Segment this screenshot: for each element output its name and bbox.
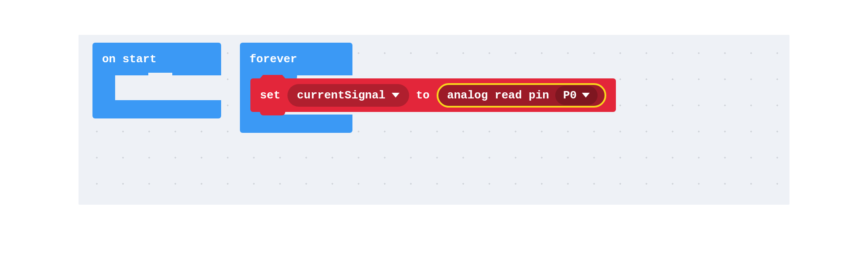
pin-dropdown[interactable]: P0 xyxy=(555,86,598,105)
on-start-notch xyxy=(148,73,172,81)
variable-dropdown[interactable]: currentSignal xyxy=(287,84,409,107)
to-keyword: to xyxy=(416,89,430,102)
forever-footer xyxy=(240,115,352,133)
on-start-header: on start xyxy=(92,43,221,75)
on-start-footer xyxy=(92,100,221,118)
page: on start forever set c xyxy=(0,0,868,260)
block-notch-top xyxy=(260,75,285,82)
chevron-down-icon xyxy=(582,93,590,98)
reporter-label: analog read pin xyxy=(447,89,549,102)
block-workspace[interactable]: on start forever set c xyxy=(79,35,789,205)
on-start-body xyxy=(92,75,115,100)
set-keyword: set xyxy=(260,89,280,102)
pin-value: P0 xyxy=(563,89,577,102)
chevron-down-icon xyxy=(392,93,400,98)
on-start-label: on start xyxy=(102,53,157,66)
set-variable-block[interactable]: set currentSignal to analog read pin P0 xyxy=(250,78,616,112)
forever-label: forever xyxy=(249,53,297,66)
on-start-block[interactable]: on start xyxy=(92,43,221,121)
on-start-empty-slot[interactable] xyxy=(115,75,221,100)
block-notch-bottom xyxy=(260,108,285,115)
forever-header: forever xyxy=(240,43,352,75)
analog-read-pin-reporter[interactable]: analog read pin P0 xyxy=(437,83,606,108)
variable-name: currentSignal xyxy=(297,89,386,102)
